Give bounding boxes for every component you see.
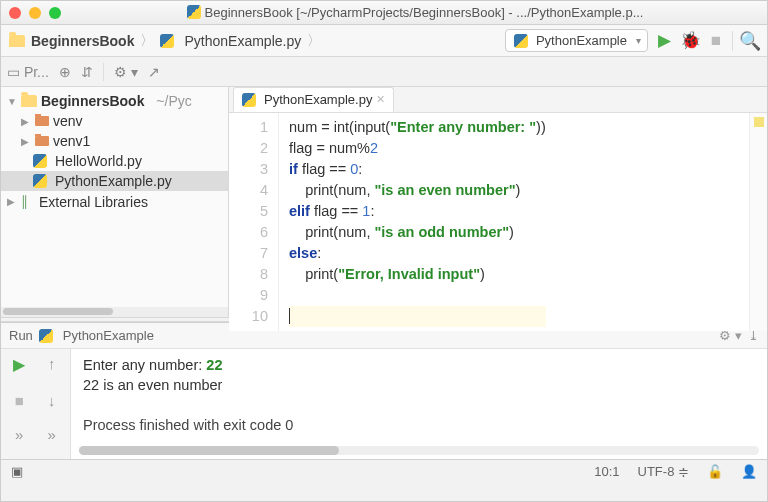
tree-item-label: HelloWorld.py <box>55 153 142 169</box>
navigation-bar: BeginnersBook 〉 PythonExample.py 〉 Pytho… <box>1 25 767 57</box>
python-file-icon <box>160 34 174 48</box>
tree-item-label: PythonExample.py <box>55 173 172 189</box>
search-button[interactable]: 🔍 <box>739 30 759 52</box>
python-icon <box>39 329 53 343</box>
editor-tab[interactable]: PythonExample.py ✕ <box>233 87 394 112</box>
expand-run-button[interactable]: » <box>7 426 32 453</box>
chevron-right-icon: 〉 <box>307 32 321 50</box>
console-line: Enter any number: 22 <box>83 357 222 373</box>
python-file-icon <box>242 93 256 107</box>
more-run-button[interactable]: » <box>40 426 65 453</box>
run-tool-title-prefix: Run <box>9 328 33 343</box>
console-scrollbar[interactable] <box>79 446 759 455</box>
inspector-icon[interactable]: 👤 <box>741 464 757 479</box>
tree-root-path: ~/Pyc <box>156 93 191 109</box>
rerun-button[interactable]: ▶ <box>7 355 32 384</box>
folder-icon <box>9 35 25 47</box>
window-controls <box>9 7 61 19</box>
tree-file-pythonexample[interactable]: PythonExample.py <box>1 171 228 191</box>
editor-pane: PythonExample.py ✕ 12345678910 num = int… <box>229 87 767 317</box>
folder-icon <box>35 116 49 126</box>
run-config-name: PythonExample <box>536 33 627 48</box>
minimize-window-button[interactable] <box>29 7 41 19</box>
tree-item-label: venv1 <box>53 133 90 149</box>
tab-label: PythonExample.py <box>264 92 372 107</box>
tree-dir-venv[interactable]: ▶ venv <box>1 111 228 131</box>
code-content[interactable]: num = int(input("Enter any number: ")) f… <box>279 113 556 331</box>
tree-item-label: venv <box>53 113 83 129</box>
editor-minimap[interactable] <box>749 113 767 331</box>
caret-line <box>289 306 546 327</box>
status-bar: ▣ 10:1 UTF-8 ≑ 🔓 👤 <box>1 459 767 483</box>
console-exit-line: Process finished with exit code 0 <box>83 417 293 433</box>
status-panel-icon[interactable]: ▣ <box>11 464 23 479</box>
chevron-right-icon[interactable]: ▶ <box>7 196 17 207</box>
python-icon <box>514 34 528 48</box>
chevron-right-icon[interactable]: ▶ <box>21 116 31 127</box>
tree-dir-venv1[interactable]: ▶ venv1 <box>1 131 228 151</box>
python-file-icon <box>33 154 47 168</box>
tree-root-label: BeginnersBook <box>41 93 144 109</box>
scrollbar-thumb[interactable] <box>79 446 339 455</box>
editor-tab-bar: PythonExample.py ✕ <box>229 87 767 113</box>
settings-gear-icon[interactable]: ⚙ ▾ <box>114 64 138 80</box>
lock-icon[interactable]: 🔓 <box>707 464 723 479</box>
run-body: ▶ ↑ ■ ↓ » » Enter any number: 22 22 is a… <box>1 349 767 459</box>
project-tree[interactable]: ▼ BeginnersBook ~/Pyc ▶ venv ▶ venv1 Hel… <box>1 87 229 317</box>
stop-button[interactable]: ■ <box>706 31 726 51</box>
breadcrumb[interactable]: BeginnersBook 〉 PythonExample.py 〉 <box>9 32 321 50</box>
encoding-selector[interactable]: UTF-8 ≑ <box>638 464 689 479</box>
app-icon <box>187 5 201 19</box>
project-tool-label[interactable]: ▭ Pr... <box>7 64 49 80</box>
tree-file-helloworld[interactable]: HelloWorld.py <box>1 151 228 171</box>
close-window-button[interactable] <box>9 7 21 19</box>
window-title: BeginnersBook [~/PycharmProjects/Beginne… <box>71 5 759 20</box>
debug-button[interactable]: 🐞 <box>680 30 700 51</box>
python-file-icon <box>33 174 47 188</box>
run-tool-title: PythonExample <box>63 328 154 343</box>
run-config-dropdown[interactable]: PythonExample <box>505 29 648 52</box>
target-icon[interactable]: ⊕ <box>59 64 71 80</box>
down-trace-button[interactable]: ↓ <box>40 392 65 419</box>
run-tool-window: Run PythonExample ⚙ ▾ ⤓ ▶ ↑ ■ ↓ » » Ente… <box>1 322 767 459</box>
collapse-icon[interactable]: ⇵ <box>81 64 93 80</box>
expand-arrow-icon[interactable]: ↗ <box>148 64 160 80</box>
chevron-down-icon[interactable]: ▼ <box>7 96 17 107</box>
project-tool-strip: ▭ Pr... ⊕ ⇵ ⚙ ▾ ↗ <box>1 57 767 87</box>
chevron-right-icon: 〉 <box>140 32 154 50</box>
line-gutter: 12345678910 <box>229 113 279 331</box>
breadcrumb-root[interactable]: BeginnersBook <box>31 33 134 49</box>
breadcrumb-file[interactable]: PythonExample.py <box>184 33 301 49</box>
scrollbar-thumb[interactable] <box>3 308 113 315</box>
folder-icon <box>35 136 49 146</box>
tree-external-libraries[interactable]: ▶ ∥ External Libraries <box>1 191 228 212</box>
folder-icon <box>21 95 37 107</box>
main-area: ▼ BeginnersBook ~/Pyc ▶ venv ▶ venv1 Hel… <box>1 87 767 317</box>
chevron-right-icon[interactable]: ▶ <box>21 136 31 147</box>
minimap-warning-marker[interactable] <box>754 117 764 127</box>
tree-root[interactable]: ▼ BeginnersBook ~/Pyc <box>1 91 228 111</box>
tree-item-label: External Libraries <box>39 194 148 210</box>
library-icon: ∥ <box>21 193 35 210</box>
zoom-window-button[interactable] <box>49 7 61 19</box>
console-line: 22 is an even number <box>83 377 222 393</box>
up-trace-button[interactable]: ↑ <box>40 355 65 384</box>
run-side-controls: ▶ ↑ ■ ↓ » » <box>1 349 71 459</box>
stop-run-button[interactable]: ■ <box>7 392 32 419</box>
run-button[interactable]: ▶ <box>654 30 674 51</box>
close-tab-icon[interactable]: ✕ <box>376 93 385 106</box>
sidebar-scrollbar[interactable] <box>1 307 228 317</box>
console-output[interactable]: Enter any number: 22 22 is an even numbe… <box>71 349 767 459</box>
caret-position[interactable]: 10:1 <box>594 464 619 479</box>
code-editor[interactable]: 12345678910 num = int(input("Enter any n… <box>229 113 767 331</box>
title-bar: BeginnersBook [~/PycharmProjects/Beginne… <box>1 1 767 25</box>
